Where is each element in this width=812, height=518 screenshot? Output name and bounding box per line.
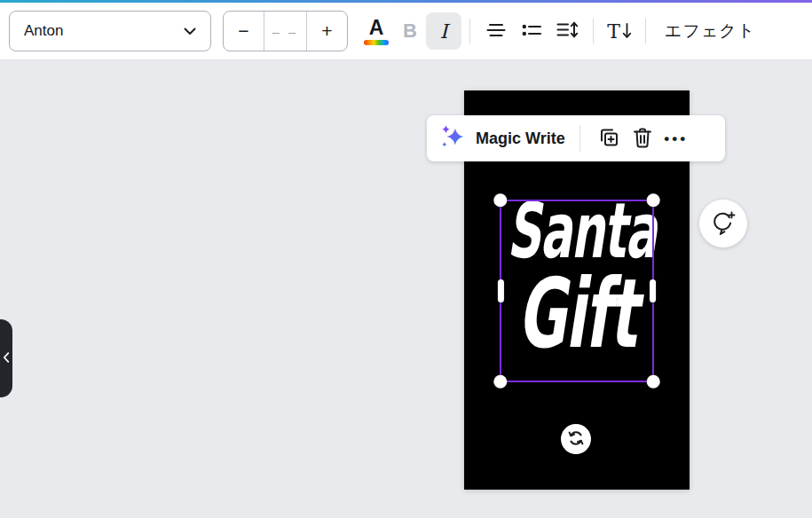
trash-icon xyxy=(632,126,653,152)
delete-button[interactable] xyxy=(626,122,659,155)
magic-write-label: Magic Write xyxy=(476,130,565,148)
align-center-icon xyxy=(486,22,506,41)
italic-icon: I xyxy=(440,20,448,43)
vertical-text-icon: T xyxy=(607,20,632,43)
add-comment-icon xyxy=(711,210,736,238)
font-name-label: Anton xyxy=(24,22,63,40)
resize-handle-middle-left[interactable] xyxy=(498,279,504,302)
duplicate-button[interactable] xyxy=(592,122,626,155)
rainbow-underline xyxy=(364,40,389,45)
magic-write-sparkle-icon xyxy=(438,123,467,154)
magic-write-button[interactable]: Magic Write xyxy=(438,123,565,154)
selection-box[interactable] xyxy=(500,200,654,382)
bold-icon: B xyxy=(403,20,417,43)
font-size-decrease-button[interactable]: − xyxy=(224,12,264,51)
font-selector[interactable]: Anton xyxy=(9,11,211,51)
bold-button[interactable]: B xyxy=(394,12,426,50)
context-toolbar-divider xyxy=(579,125,580,152)
line-spacing-button[interactable] xyxy=(549,12,585,50)
align-center-button[interactable] xyxy=(478,12,514,50)
more-options-icon: ••• xyxy=(664,131,688,146)
font-size-value[interactable]: – – xyxy=(264,12,307,51)
toolbar-divider xyxy=(593,19,594,43)
duplicate-icon xyxy=(597,126,620,152)
text-toolbar: Anton − – – + A B I T xyxy=(0,3,812,60)
chevron-down-icon xyxy=(184,23,196,39)
font-size-increase-button[interactable]: + xyxy=(307,12,347,51)
rotate-icon xyxy=(567,429,585,450)
italic-button[interactable]: I xyxy=(426,12,461,50)
text-color-button[interactable]: A xyxy=(359,12,394,50)
chevron-left-icon xyxy=(3,352,10,365)
resize-handle-top-right[interactable] xyxy=(647,193,660,207)
resize-handle-bottom-right[interactable] xyxy=(647,375,660,388)
line-spacing-icon xyxy=(556,21,579,41)
toolbar-divider xyxy=(469,19,470,43)
bullet-list-icon xyxy=(522,22,541,41)
floating-context-toolbar: Magic Write xyxy=(427,115,725,161)
comment-button[interactable] xyxy=(699,200,747,247)
resize-handle-bottom-left[interactable] xyxy=(493,375,507,388)
sidebar-collapse-tab[interactable] xyxy=(0,319,12,397)
resize-handle-middle-right[interactable] xyxy=(650,279,656,302)
text-color-icon: A xyxy=(369,18,384,38)
effects-button[interactable]: エフェクト xyxy=(654,12,766,50)
editor-workspace: Santa Gift xyxy=(0,60,812,518)
resize-handle-top-left[interactable] xyxy=(493,193,507,207)
font-size-stepper: − – – + xyxy=(223,11,348,51)
toolbar-divider xyxy=(645,19,646,43)
rotate-handle[interactable] xyxy=(561,424,591,454)
vertical-text-button[interactable]: T xyxy=(602,12,637,50)
more-options-button[interactable]: ••• xyxy=(659,122,693,155)
bullet-list-button[interactable] xyxy=(514,12,549,50)
